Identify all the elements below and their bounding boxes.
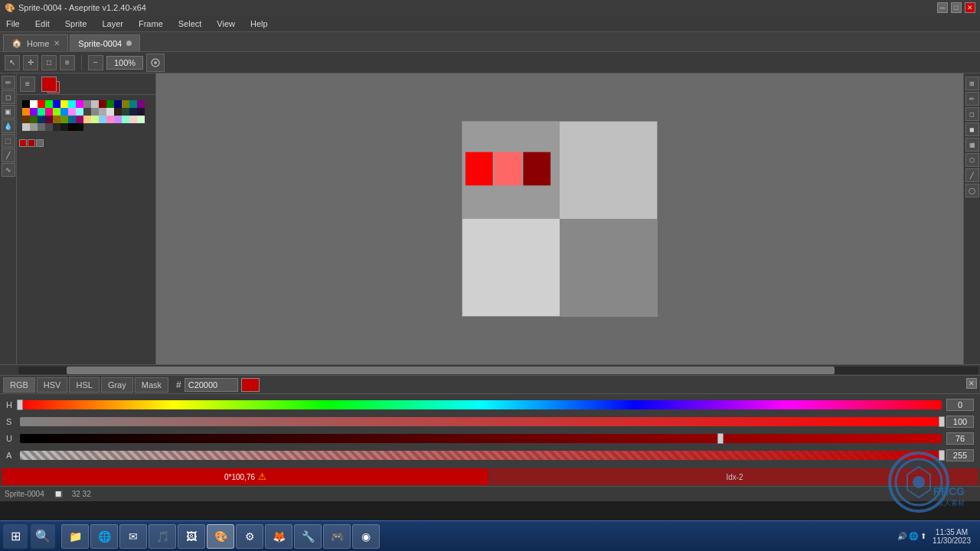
palette-color-3[interactable] (45, 100, 53, 108)
menu-frame[interactable]: Frame (136, 18, 166, 30)
right-tool-5[interactable]: ▦ (965, 138, 979, 152)
taskbar-app-explorer[interactable]: 📁 (61, 524, 89, 549)
palette-color-21[interactable] (60, 108, 68, 116)
palette-color-39[interactable] (76, 116, 83, 123)
saturation-thumb[interactable] (939, 416, 945, 427)
menu-file[interactable]: File (3, 18, 23, 30)
right-tool-2[interactable]: ✏ (965, 92, 979, 106)
tool-eyedrop[interactable]: 💧 (2, 119, 15, 133)
palette-color-11[interactable] (106, 100, 114, 108)
palette-color-53[interactable] (60, 123, 68, 131)
palette-color-6[interactable] (68, 100, 76, 108)
palette-color-43[interactable] (106, 116, 114, 123)
taskbar-app-browser2[interactable]: 🦊 (265, 524, 292, 549)
palette-color-28[interactable] (114, 108, 122, 116)
palette-color-0[interactable] (22, 100, 30, 108)
palette-color-1[interactable] (30, 100, 38, 108)
color-preview[interactable] (241, 378, 260, 392)
fg-color-box[interactable] (41, 77, 57, 92)
palette-color-23[interactable] (76, 108, 83, 116)
tool-pencil[interactable]: ✏ (2, 76, 15, 90)
tool-rect-select[interactable]: □ (41, 55, 57, 70)
palette-color-27[interactable] (106, 108, 114, 116)
palette-color-46[interactable] (129, 116, 137, 123)
maximize-button[interactable]: □ (951, 2, 962, 13)
taskbar-app-unity[interactable]: ◉ (352, 524, 380, 549)
saturation-value[interactable]: 100 (946, 416, 974, 428)
h-scroll-track[interactable] (18, 367, 978, 374)
tab-home-close[interactable]: ✕ (54, 39, 60, 47)
zoom-input[interactable] (106, 56, 143, 70)
menu-layer[interactable]: Layer (99, 18, 126, 30)
color-tab-hsv[interactable]: HSV (37, 377, 68, 393)
taskbar-app-tool[interactable]: 🔧 (294, 524, 322, 549)
palette-color-47[interactable] (137, 116, 145, 123)
menu-sprite[interactable]: Sprite (62, 18, 90, 30)
h-scroll-thumb[interactable] (67, 367, 835, 374)
tool-move[interactable]: ✛ (23, 55, 38, 70)
tool-select[interactable]: ↖ (5, 55, 20, 70)
saturation-track[interactable] (20, 417, 942, 426)
hue-thumb[interactable] (17, 399, 23, 410)
value-track[interactable] (20, 434, 942, 443)
alpha-thumb[interactable] (939, 450, 945, 461)
palette-color-42[interactable] (99, 116, 106, 123)
tool-curve[interactable]: ∿ (2, 163, 15, 177)
tab-sprite[interactable]: Sprite-0004 (70, 34, 140, 51)
palette-color-49[interactable] (30, 123, 38, 131)
palette-color-37[interactable] (60, 116, 68, 123)
palette-color-19[interactable] (45, 108, 53, 116)
hex-color-input[interactable] (185, 378, 238, 392)
palette-color-7[interactable] (76, 100, 83, 108)
palette-menu[interactable]: ≡ (20, 77, 35, 92)
taskbar-app-photos[interactable]: 🖼 (178, 524, 205, 549)
palette-color-33[interactable] (30, 116, 38, 123)
tool-fill[interactable]: ▣ (2, 105, 15, 119)
system-clock[interactable]: 11:35 AM 11/30/2023 (933, 528, 971, 545)
palette-color-36[interactable] (53, 116, 60, 123)
alpha-track[interactable] (20, 451, 942, 460)
palette-color-48[interactable] (22, 123, 30, 131)
palette-color-45[interactable] (122, 116, 129, 123)
canvas-area[interactable] (156, 73, 963, 364)
palette-cell-gray1[interactable] (36, 139, 44, 147)
value-thumb[interactable] (717, 433, 724, 444)
palette-color-15[interactable] (137, 100, 145, 108)
palette-color-44[interactable] (114, 116, 122, 123)
menu-view[interactable]: View (214, 18, 238, 30)
palette-color-16[interactable] (22, 108, 30, 116)
menu-help[interactable]: Help (247, 18, 271, 30)
palette-color-24[interactable] (83, 108, 91, 116)
color-tab-mask[interactable]: Mask (135, 377, 168, 393)
palette-color-5[interactable] (60, 100, 68, 108)
color-tab-gray[interactable]: Gray (101, 377, 133, 393)
palette-color-54[interactable] (68, 123, 76, 131)
right-tool-6[interactable]: ⬡ (965, 153, 979, 167)
palette-color-13[interactable] (122, 100, 129, 108)
palette-color-30[interactable] (129, 108, 137, 116)
palette-color-35[interactable] (45, 116, 53, 123)
palette-cell-darkred[interactable] (28, 139, 35, 147)
palette-color-25[interactable] (91, 108, 99, 116)
color-tab-hsl[interactable]: HSL (69, 377, 99, 393)
tab-home[interactable]: 🏠 Home ✕ (3, 34, 68, 51)
palette-color-17[interactable] (30, 108, 38, 116)
tool-eraser[interactable]: ◻ (2, 90, 15, 104)
palette-color-9[interactable] (91, 100, 99, 108)
tool-line[interactable]: ╱ (2, 148, 15, 162)
hue-track[interactable] (20, 400, 942, 409)
palette-color-52[interactable] (53, 123, 60, 131)
color-info-button[interactable]: 0*100,76 ⚠ (2, 468, 489, 485)
palette-color-50[interactable] (38, 123, 45, 131)
palette-color-55[interactable] (76, 123, 83, 131)
palette-color-12[interactable] (114, 100, 122, 108)
tool-select2[interactable]: ⬚ (2, 134, 15, 148)
palette-cell-red[interactable] (19, 139, 27, 147)
palette-color-18[interactable] (38, 108, 45, 116)
taskbar-app-media[interactable]: 🎵 (149, 524, 176, 549)
palette-color-41[interactable] (91, 116, 99, 123)
palette-color-20[interactable] (53, 108, 60, 116)
close-window-button[interactable]: ✕ (965, 2, 975, 13)
menu-select[interactable]: Select (175, 18, 205, 30)
right-tool-7[interactable]: ╱ (965, 168, 979, 182)
